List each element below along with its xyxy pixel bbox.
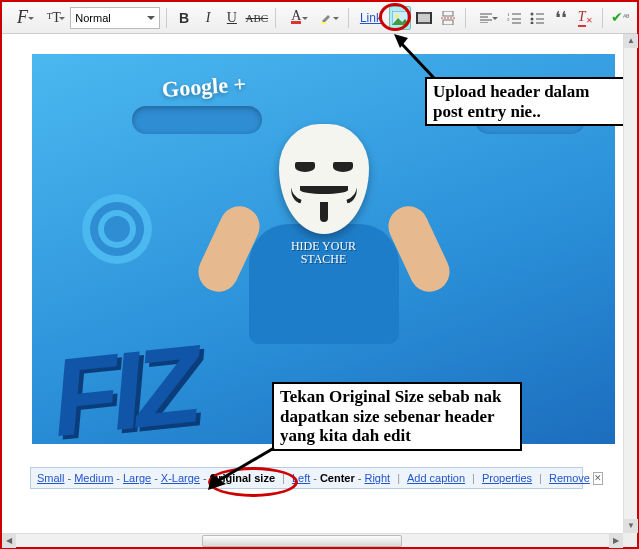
close-options-button[interactable]: ✕ [593, 472, 603, 485]
scroll-right-button[interactable]: ▶ [609, 534, 623, 548]
callout-upload: Upload header dalam post entry nie.. [425, 77, 625, 126]
ol-icon: 12 [507, 12, 521, 24]
underline-button[interactable]: U [221, 6, 243, 30]
properties-link[interactable]: Properties [482, 472, 532, 484]
svg-rect-8 [443, 20, 453, 25]
remove-formatting-button[interactable]: T✕ [574, 6, 596, 30]
format-select[interactable]: Normal [70, 7, 160, 29]
svg-point-2 [395, 14, 399, 18]
separator [166, 8, 167, 28]
scroll-left-button[interactable]: ◀ [2, 534, 16, 548]
logo-text: FIZ [46, 320, 199, 444]
align-icon [480, 13, 492, 23]
picture-icon [392, 11, 408, 25]
editor-toolbar: F TT Normal B I U ABC A Link 12 [2, 2, 637, 34]
font-family-button[interactable]: F [8, 6, 37, 30]
size-original-link[interactable]: Original size [210, 472, 275, 484]
swirl-decoration [82, 194, 152, 264]
remove-link[interactable]: Remove [549, 472, 590, 484]
size-medium-link[interactable]: Medium [74, 472, 113, 484]
page-break-icon [441, 11, 455, 25]
guy-fawkes-mask [279, 124, 369, 234]
strikethrough-button[interactable]: ABC [245, 6, 269, 30]
insert-video-button[interactable] [413, 6, 435, 30]
align-right-link[interactable]: Right [364, 472, 390, 484]
size-large-link[interactable]: Large [123, 472, 151, 484]
torso: HIDE YOURSTACHE [249, 224, 399, 344]
spellcheck-button[interactable]: ✔ᴬᴮ [609, 6, 631, 30]
scroll-corner [623, 533, 637, 547]
align-left-link[interactable]: Left [292, 472, 310, 484]
insert-image-button[interactable] [389, 6, 411, 30]
separator [465, 8, 466, 28]
image-options-toolbar: Small- Medium- Large- X-Large- Original … [30, 467, 583, 489]
svg-text:2: 2 [507, 17, 510, 22]
svg-rect-5 [416, 12, 418, 24]
quote-button[interactable]: ❛❛ [550, 6, 572, 30]
size-small-link[interactable]: Small [37, 472, 65, 484]
link-button[interactable]: Link [355, 6, 387, 30]
highlighter-icon [320, 11, 334, 25]
video-icon [416, 12, 432, 24]
annotated-screenshot: F TT Normal B I U ABC A Link 12 [0, 0, 639, 549]
separator [602, 8, 603, 28]
scroll-down-button[interactable]: ▼ [624, 519, 638, 533]
ul-icon [530, 12, 544, 24]
font-size-button[interactable]: TT [39, 6, 68, 30]
svg-rect-6 [430, 12, 432, 24]
add-caption-link[interactable]: Add caption [407, 472, 465, 484]
svg-point-21 [531, 21, 534, 24]
svg-point-19 [531, 12, 534, 15]
scroll-thumb[interactable] [202, 535, 402, 547]
insert-jump-button[interactable] [437, 6, 459, 30]
separator [275, 8, 276, 28]
tshirt-text: HIDE YOURSTACHE [274, 240, 374, 266]
align-center-link[interactable]: Center [320, 472, 355, 484]
bold-button[interactable]: B [173, 6, 195, 30]
svg-rect-0 [321, 22, 326, 24]
numbered-list-button[interactable]: 12 [503, 6, 525, 30]
scroll-up-button[interactable]: ▲ [624, 34, 638, 48]
svg-point-20 [531, 17, 534, 20]
horizontal-scrollbar[interactable]: ◀ ▶ [2, 533, 623, 547]
vertical-scrollbar[interactable]: ▲ ▼ [623, 34, 637, 533]
highlight-button[interactable] [313, 6, 342, 30]
google-plus-pill [132, 106, 262, 134]
svg-rect-7 [443, 11, 453, 16]
size-xlarge-link[interactable]: X-Large [161, 472, 200, 484]
text-color-button[interactable]: A [282, 6, 311, 30]
separator [348, 8, 349, 28]
callout-original-size: Tekan Original Size sebab nak dapatkan s… [272, 382, 522, 451]
alignment-button[interactable] [471, 6, 500, 30]
bullet-list-button[interactable] [527, 6, 549, 30]
italic-button[interactable]: I [197, 6, 219, 30]
google-plus-label: Google + [161, 71, 247, 103]
svg-rect-4 [418, 14, 430, 22]
